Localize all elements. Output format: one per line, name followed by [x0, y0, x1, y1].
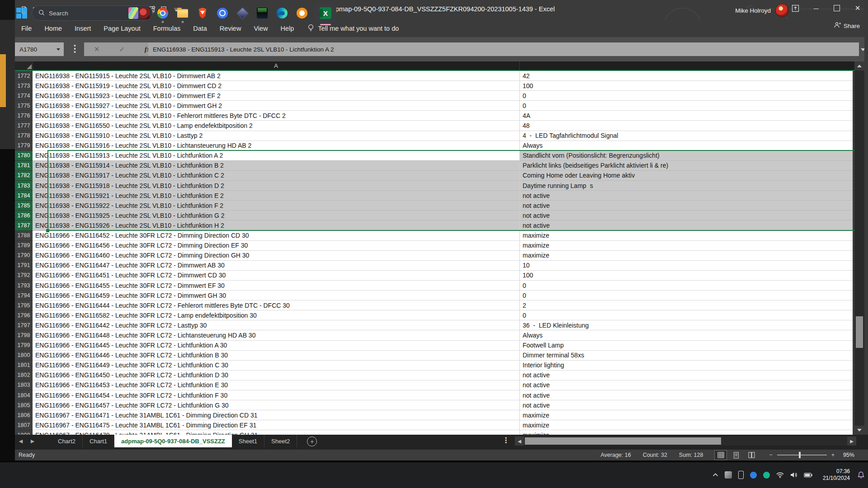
- row-number[interactable]: 1790: [15, 251, 33, 261]
- cell-a[interactable]: ENG116938 - ENG115916 - Leuchte 2SL VLB1…: [33, 141, 520, 151]
- row-number[interactable]: 1806: [15, 410, 33, 420]
- row-number[interactable]: 1808: [15, 430, 33, 435]
- brave-icon[interactable]: [197, 7, 208, 19]
- chrome-icon[interactable]: [157, 7, 169, 19]
- cell-a[interactable]: ENG116938 - ENG115925 - Leuchte 2SL VLB1…: [33, 211, 520, 221]
- cell-b[interactable]: 0: [520, 310, 853, 320]
- cell-b[interactable]: maximize: [520, 420, 853, 430]
- row-number[interactable]: 1800: [15, 351, 33, 361]
- maximize-button[interactable]: [826, 0, 847, 16]
- teal-dot-app-icon[interactable]: [763, 472, 770, 479]
- row-number[interactable]: 1795: [15, 300, 33, 310]
- status-sum[interactable]: Sum: 128: [679, 452, 703, 458]
- row-number[interactable]: 1779: [15, 141, 33, 151]
- notification-bell-icon[interactable]: [858, 471, 864, 479]
- scroll-down-icon[interactable]: [854, 426, 864, 435]
- cell-b[interactable]: 4A: [520, 111, 853, 121]
- row-number[interactable]: 1801: [15, 361, 33, 371]
- cell-a[interactable]: ENG116938 - ENG115914 - Leuchte 2SL VLB1…: [33, 161, 520, 171]
- cell-b[interactable]: not active: [520, 211, 853, 221]
- scroll-left-icon[interactable]: ◀: [515, 436, 524, 446]
- row-number[interactable]: 1792: [15, 271, 33, 281]
- cell-a[interactable]: ENG116966 - ENG116447 - Leuchte 30FR LC7…: [33, 261, 520, 271]
- cell-b[interactable]: maximize: [520, 231, 853, 241]
- row-number[interactable]: 1788: [15, 231, 33, 241]
- cell-a[interactable]: ENG116966 - ENG116455 - Leuchte 30FR LC7…: [33, 281, 520, 291]
- cell-b[interactable]: Parklicht links (beidseitiges Parklicht …: [520, 161, 853, 171]
- cell-a[interactable]: ENG116966 - ENG116454 - Leuchte 30FR LC7…: [33, 390, 520, 400]
- row-number[interactable]: 1797: [15, 320, 33, 330]
- cell-a[interactable]: ENG116938 - ENG116550 - Leuchte 2SL VLB1…: [33, 121, 520, 131]
- scroll-up-icon[interactable]: [854, 61, 864, 70]
- cell-a[interactable]: ENG116966 - ENG116459 - Leuchte 30FR LC7…: [33, 291, 520, 300]
- row-number[interactable]: 1802: [15, 371, 33, 380]
- new-sheet-icon[interactable]: +: [307, 436, 317, 446]
- row-number[interactable]: 1789: [15, 241, 33, 251]
- cell-a[interactable]: ENG116938 - ENG115921 - Leuchte 2SL VLB1…: [33, 191, 520, 201]
- ribbon-display-options-icon[interactable]: [785, 0, 806, 16]
- orange-app-icon[interactable]: [296, 7, 308, 19]
- cell-b[interactable]: Footwell Lamp: [520, 341, 853, 351]
- search-highlight-image-2[interactable]: [140, 7, 150, 19]
- taskbar-clock[interactable]: 07:36 21/10/2024: [823, 468, 850, 482]
- row-number[interactable]: 1791: [15, 261, 33, 271]
- row-number[interactable]: 1805: [15, 400, 33, 410]
- sheet-nav-prev-icon[interactable]: ◀: [15, 435, 27, 447]
- cell-a[interactable]: ENG116938 - ENG115918 - Leuchte 2SL VLB1…: [33, 181, 520, 191]
- tab-bar-splitter[interactable]: •••: [505, 437, 507, 444]
- cell-b[interactable]: not active: [520, 400, 853, 410]
- row-number[interactable]: 1782: [15, 171, 33, 181]
- row-number[interactable]: 1807: [15, 420, 33, 430]
- share-button[interactable]: Share: [834, 22, 860, 30]
- tray-app-icon[interactable]: [725, 471, 732, 479]
- row-number[interactable]: 1772: [15, 71, 33, 81]
- cell-a[interactable]: ENG116966 - ENG116451 - Leuchte 30FR LC7…: [33, 271, 520, 281]
- cell-b[interactable]: 48: [520, 121, 853, 131]
- cell-a[interactable]: ENG116938 - ENG115915 - Leuchte 2SL VLB1…: [33, 71, 520, 81]
- cell-b[interactable]: not active: [520, 390, 853, 400]
- cell-b[interactable]: Interior lighting: [520, 361, 853, 371]
- cell-a[interactable]: ENG116967 - ENG116475 - Leuchte 31AMBL 1…: [33, 420, 520, 430]
- horizontal-scrollbar[interactable]: ◀ ▶: [515, 436, 856, 446]
- zoom-level[interactable]: 95%: [839, 452, 854, 458]
- row-number[interactable]: 1781: [15, 161, 33, 171]
- cell-a[interactable]: ENG116938 - ENG115922 - Leuchte 2SL VLB1…: [33, 201, 520, 211]
- status-count[interactable]: Count: 32: [643, 452, 667, 458]
- row-number[interactable]: 1793: [15, 281, 33, 291]
- cell-a[interactable]: ENG116967 - ENG116471 - Leuchte 31AMBL 1…: [33, 410, 520, 420]
- windows-start-icon[interactable]: [16, 7, 28, 19]
- status-average[interactable]: Average: 16: [600, 452, 631, 458]
- select-all-corner[interactable]: [15, 61, 33, 70]
- cell-a[interactable]: ENG116966 - ENG116457 - Leuchte 30FR LC7…: [33, 400, 520, 410]
- cell-b[interactable]: 42: [520, 71, 853, 81]
- zoom-out-icon[interactable]: −: [769, 452, 772, 458]
- row-number[interactable]: 1803: [15, 380, 33, 390]
- cell-a[interactable]: ENG116938 - ENG115917 - Leuchte 2SL VLB1…: [33, 171, 520, 181]
- sheet-nav-next-icon[interactable]: ▶: [27, 435, 38, 447]
- game-app-icon[interactable]: [256, 7, 268, 19]
- cell-b[interactable]: not active: [520, 221, 853, 230]
- cell-b[interactable]: Daytime running Lamp s: [520, 181, 853, 191]
- cell-a[interactable]: ENG116966 - ENG116452 - Leuchte 30FR LC7…: [33, 231, 520, 241]
- cell-a[interactable]: ENG116966 - ENG116446 - Leuchte 30FR LC7…: [33, 351, 520, 361]
- column-header-a[interactable]: A: [33, 61, 520, 70]
- name-box-dropdown-icon[interactable]: [57, 48, 60, 51]
- cell-a[interactable]: ENG116938 - ENG115910 - Leuchte 2SL VLB1…: [33, 131, 520, 141]
- cell-b[interactable]: Coming Home oder Leaving Home aktiv: [520, 171, 853, 181]
- battery-icon[interactable]: [804, 473, 812, 478]
- blue-dot-app-icon[interactable]: [750, 472, 757, 479]
- row-number[interactable]: 1786: [15, 211, 33, 221]
- cell-a[interactable]: ENG116938 - ENG115923 - Leuchte 2SL VLB1…: [33, 91, 520, 101]
- cell-b[interactable]: Dimmer terminal 58xs: [520, 351, 853, 361]
- row-number[interactable]: 1799: [15, 341, 33, 351]
- phone-link-icon[interactable]: [738, 471, 744, 479]
- sheet-tab-chart2[interactable]: Chart2: [51, 435, 83, 447]
- cell-b[interactable]: not active: [520, 380, 853, 390]
- vertical-scrollbar-thumb[interactable]: [856, 316, 863, 348]
- row-number[interactable]: 1780: [15, 151, 33, 161]
- zoom-slider-thumb[interactable]: [799, 452, 801, 458]
- sheet-tab-chart1[interactable]: Chart1: [83, 435, 114, 447]
- cube-app-icon[interactable]: [236, 7, 248, 19]
- cell-a[interactable]: ENG116966 - ENG116460 - Leuchte 30FR LC7…: [33, 251, 520, 261]
- user-name[interactable]: Mike Holroyd: [735, 7, 771, 14]
